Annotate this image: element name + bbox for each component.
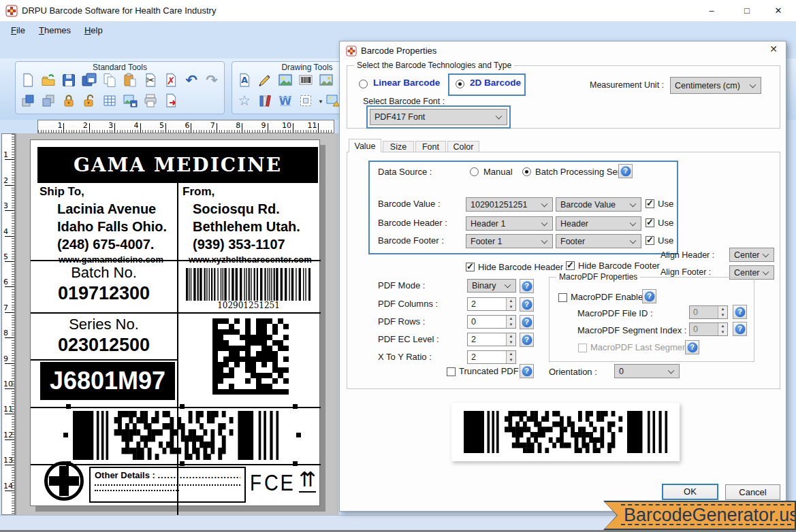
spinner-down-icon[interactable]: ▼	[507, 322, 515, 328]
mark-ce[interactable]: CE	[264, 469, 295, 496]
ship-to-line[interactable]: Lacinia Avenue	[57, 200, 156, 218]
redo-icon[interactable]: ↷	[204, 72, 221, 90]
linear-barcode[interactable]	[186, 268, 311, 301]
library-icon[interactable]	[257, 93, 274, 110]
orientation-dropdown[interactable]: 0	[614, 364, 680, 378]
macropdf-enable-label[interactable]: MacroPDF Enable	[571, 292, 643, 302]
truncated-pdf-checkbox[interactable]	[447, 367, 456, 376]
spinner-up-icon[interactable]: ▲	[718, 306, 727, 312]
series-label[interactable]: Series No.	[31, 316, 177, 333]
barcode-row-value-dropdown[interactable]: Header 1	[466, 216, 553, 231]
pdf-field-spinner[interactable]: 0▲▼	[467, 315, 516, 329]
shape-icon[interactable]: ☆	[236, 93, 254, 110]
undo-icon[interactable]: ↶	[183, 72, 201, 90]
spinner-up-icon[interactable]: ▲	[507, 298, 515, 304]
pdf417-barcode-selected[interactable]	[73, 411, 279, 460]
truncated-pdf-help-button[interactable]	[520, 364, 534, 378]
barcode-row-field-dropdown[interactable]: Barcode Value	[556, 197, 641, 212]
menu-themes[interactable]: Themes	[32, 22, 78, 39]
frame-dropdown-icon[interactable]: ▼	[318, 93, 323, 105]
ship-to-title[interactable]: Ship To,	[39, 185, 84, 199]
dialog-tab-color[interactable]: Color	[447, 141, 479, 152]
text-icon[interactable]: A	[236, 72, 254, 90]
from-line[interactable]: Sociosqu Rd.	[193, 200, 280, 218]
lock-icon[interactable]	[61, 93, 78, 110]
pdf-field-help-button[interactable]	[520, 333, 534, 347]
selection-handle[interactable]	[66, 404, 71, 409]
label-company-header[interactable]: GAMA MEDICINE COMPANY	[37, 147, 318, 183]
new-icon[interactable]	[20, 72, 37, 90]
barcode-font-dropdown[interactable]: PDF417 Font	[370, 109, 507, 125]
from-title[interactable]: From,	[182, 185, 214, 199]
code-box[interactable]: J6801M97	[40, 362, 175, 400]
selection-handle[interactable]	[180, 404, 185, 409]
hide-barcode-footer-checkbox[interactable]	[566, 261, 575, 270]
this-side-up-icon[interactable]: ⇈	[299, 468, 316, 493]
grid-icon[interactable]	[101, 93, 119, 110]
image-icon[interactable]	[277, 72, 295, 90]
linear-barcode-label[interactable]: Linear Barcode	[373, 78, 440, 88]
menu-help[interactable]: Help	[78, 22, 110, 39]
manual-label[interactable]: Manual	[483, 167, 513, 177]
spinner-down-icon[interactable]: ▼	[718, 312, 727, 318]
align-header-dropdown[interactable]: Center	[729, 248, 774, 262]
2d-barcode-radio[interactable]	[456, 80, 464, 88]
macropdf-segment-help-button[interactable]	[733, 322, 747, 336]
bring-front-icon[interactable]	[20, 93, 37, 110]
save-all-icon[interactable]	[81, 72, 99, 90]
from-website[interactable]: www.xyzhelthcarecenter.com	[189, 254, 312, 265]
barcode-row-field-dropdown[interactable]: Footer	[556, 234, 641, 248]
from-line[interactable]: Bethlehem Utah.	[193, 218, 300, 235]
batch-processing-radio[interactable]	[522, 167, 531, 176]
minimize-button[interactable]: –	[696, 0, 727, 21]
open-icon[interactable]	[40, 72, 58, 90]
export-icon[interactable]	[163, 93, 180, 110]
dialog-tab-value[interactable]: Value	[349, 139, 381, 152]
macropdf-file-id-help-button[interactable]	[733, 305, 747, 319]
close-button[interactable]: ✕	[763, 0, 794, 21]
other-details-box[interactable]: Other Details : ........................…	[89, 467, 246, 503]
print-icon[interactable]	[142, 93, 160, 110]
pencil-icon[interactable]	[257, 72, 274, 90]
linear-barcode-radio[interactable]	[359, 80, 368, 88]
save-icon[interactable]	[61, 72, 78, 90]
hide-barcode-header-label[interactable]: Hide Barcode Header	[478, 262, 563, 272]
ship-to-line[interactable]: (248) 675-4007.	[57, 235, 154, 253]
barcode-row-field-dropdown[interactable]: Header	[556, 216, 641, 231]
macropdf-enable-help-button[interactable]	[642, 289, 656, 303]
unlock-icon[interactable]	[81, 93, 99, 110]
menu-file[interactable]: File	[4, 22, 32, 39]
pdf-field-spinner[interactable]: 2▲▼	[467, 333, 516, 346]
spinner-up-icon[interactable]: ▲	[507, 333, 515, 339]
frame-icon[interactable]	[298, 93, 315, 110]
selection-handle[interactable]	[296, 433, 301, 437]
dialog-close-icon[interactable]: ✕	[765, 44, 782, 57]
2d-barcode-label[interactable]: 2D Barcode	[470, 78, 521, 88]
barcode-row-value-dropdown[interactable]: Footer 1	[466, 234, 553, 248]
selection-handle[interactable]	[63, 433, 68, 437]
ship-to-line[interactable]: Idaho Falls Ohio.	[57, 218, 167, 235]
use-checkbox[interactable]	[646, 236, 654, 245]
macropdf-last-segment-checkbox[interactable]	[578, 344, 587, 352]
macropdf-segment-spinner[interactable]: 0▲▼	[689, 322, 728, 336]
use-checkbox[interactable]	[646, 199, 654, 208]
hide-barcode-footer-label[interactable]: Hide Barcode Footer	[578, 261, 660, 271]
medical-cross-icon[interactable]	[44, 461, 84, 501]
pdf-field-help-button[interactable]	[520, 297, 534, 312]
spinner-up-icon[interactable]: ▲	[507, 351, 515, 357]
send-back-icon[interactable]	[40, 93, 58, 110]
series-value[interactable]: 023012500	[31, 335, 177, 356]
preview-icon[interactable]	[122, 93, 140, 110]
pdf-mode-dropdown[interactable]: Binary	[467, 279, 516, 293]
delete-icon[interactable]: ✗	[163, 72, 180, 90]
pdf-field-help-button[interactable]	[520, 279, 534, 293]
barcode-icon[interactable]	[298, 72, 315, 90]
macropdf-last-segment-help-button[interactable]	[685, 340, 699, 354]
watermark-icon[interactable]: W	[277, 93, 295, 110]
spinner-down-icon[interactable]: ▼	[507, 357, 515, 363]
truncated-pdf-label[interactable]: Truncated PDF	[459, 366, 519, 376]
pdf-field-spinner[interactable]: 2▲▼	[467, 350, 516, 364]
batch-processing-label[interactable]: Batch Processing Series	[535, 167, 632, 177]
dialog-tab-font[interactable]: Font	[415, 141, 446, 152]
spinner-down-icon[interactable]: ▼	[718, 329, 727, 335]
